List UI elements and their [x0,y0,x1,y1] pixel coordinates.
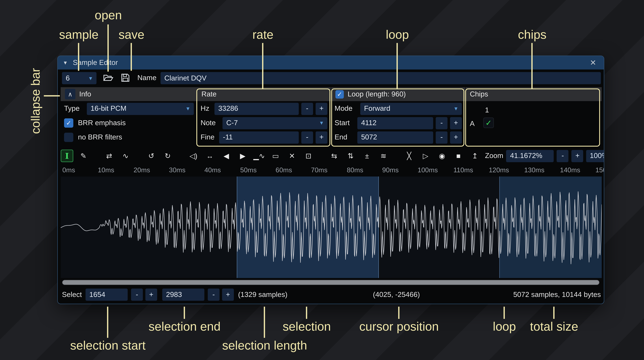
select-mode-button[interactable]: I [61,150,73,162]
ruler-tick: 130ms [524,166,544,174]
stop-icon: ■ [456,152,461,160]
undo-button[interactable]: ↺ [145,150,158,162]
name-input[interactable]: Clarinet DQV [160,72,601,84]
annotation-line-selection-start [107,307,108,338]
cursor-position-text: (4025, -25466) [373,290,420,299]
invert-button[interactable]: ⇅ [344,150,357,162]
selection-start-increment-button[interactable]: + [146,288,157,301]
type-select[interactable]: 16-bit PCM ▼ [87,102,194,115]
save-button[interactable] [118,72,132,84]
amplify-icon: ◁) [190,152,197,160]
filter-button[interactable]: ≋ [377,150,390,162]
stop-button[interactable]: ■ [452,150,465,162]
trim-icon: ⊡ [306,152,312,160]
zoom-controls: Zoom 41.1672% - + 100% [485,150,604,162]
insert-silence-button[interactable]: ▁∿ [253,150,266,162]
selection-start-input[interactable]: 1654 [86,288,128,301]
annotation-box-chips [465,88,600,146]
resample-button[interactable]: ∿ [119,150,132,162]
zoom-label: Zoom [485,152,503,160]
selection-start-decrement-button[interactable]: - [131,288,143,301]
annotation-line-open [108,24,109,72]
ruler-tick: 120ms [489,166,509,174]
selection-end-input[interactable]: 2983 [162,288,204,301]
amplify-button[interactable]: ◁) [187,150,200,162]
ruler-tick: 80ms [347,166,363,174]
fade-out-button[interactable]: ▶ [236,150,249,162]
reverse-button[interactable]: ⇆ [328,150,340,162]
annotation-line-cursor-position [398,307,400,319]
apply-silence-icon: ▭ [272,152,279,160]
annotation-save-label: save [118,28,144,42]
close-button[interactable]: ✕ [587,58,599,68]
info-section-header[interactable]: ∧ Info [61,87,197,101]
sign-button[interactable]: ± [361,150,373,162]
selection-end-decrement-button[interactable]: - [208,288,220,301]
ruler-tick: 110ms [454,166,473,174]
waveform-view[interactable] [61,176,602,278]
redo-icon: ↻ [165,152,171,160]
no-brr-filters-checkbox[interactable] [64,133,73,142]
zoom-in-button[interactable]: + [572,150,584,162]
annotation-loop-label: loop [386,28,409,42]
waveform-scrollbar-thumb[interactable] [62,280,599,285]
selection-length-text: (1329 samples) [238,290,287,299]
apply-silence-button[interactable]: ▭ [269,150,282,162]
ruler-tick: 70ms [311,166,328,174]
annotation-selection-length-label: selection length [222,339,307,352]
ruler-tick: 40ms [204,166,221,174]
stage-background: open sample save rate loop chips collaps… [0,0,644,360]
reverse-icon: ⇆ [331,152,337,160]
fade-out-icon: ▶ [240,152,246,160]
selection-end-increment-button[interactable]: + [222,288,234,301]
crossfade-icon: ╳ [407,152,412,160]
sample-selector[interactable]: 6 ▼ [62,72,96,84]
annotation-box-loop [331,88,464,146]
type-select-value: 16-bit PCM [87,104,126,113]
crossfade-button[interactable]: ╳ [403,150,416,162]
zoom-out-button[interactable]: - [557,150,569,162]
window-title: Sample Editor [73,58,118,67]
waveform-scrollbar[interactable] [62,280,600,285]
zoom-reset-button[interactable]: 100% [586,150,604,162]
sample-toolbar: I ✎ ⇄ ∿ ↺ ↻ ◁) ↔ ◀ ▶ ▁∿ ▭ ✕ ⊡ ⇆ ⇅ ± ≋ ╳ … [58,149,604,163]
draw-mode-button[interactable]: ✎ [77,150,90,162]
filter-icon: ≋ [380,152,386,160]
brr-emphasis-checkbox[interactable]: ✓ [64,118,73,128]
chevron-down-icon: ▼ [182,106,194,112]
open-button[interactable] [102,72,115,84]
no-brr-filters-label: no BRR filters [78,133,122,142]
annotation-selection-label: selection [282,320,331,334]
annotation-total-size-label: total size [530,320,578,334]
annotation-line-loop [396,43,398,88]
play-button[interactable]: ◉ [436,150,448,162]
waveform-canvas [61,176,602,278]
annotation-line-selection [306,307,307,319]
preview-button[interactable]: ▷ [419,150,432,162]
redo-button[interactable]: ↻ [162,150,174,162]
annotation-selection-start-label: selection start [70,339,146,352]
insert-silence-icon: ▁∿ [253,152,265,160]
resize-button[interactable]: ⇄ [103,150,116,162]
create-instrument-icon: ↥ [472,152,478,160]
zoom-input[interactable]: 41.1672% [506,150,554,162]
trim-button[interactable]: ⊡ [302,150,315,162]
screenshot-root: open sample save rate loop chips collaps… [0,0,644,360]
name-row: 6 ▼ Na [58,71,604,86]
play-icon: ◉ [439,152,445,160]
ruler-tick: 20ms [134,166,150,174]
annotation-line-selection-end [184,307,185,319]
ruler-tick: 30ms [169,166,186,174]
annotation-line-total-size [553,307,554,319]
window-titlebar[interactable]: ▼ Sample Editor ✕ [58,56,604,70]
annotation-collapse-bar-label: collapse bar [28,62,42,134]
normalize-button[interactable]: ↔ [204,150,216,162]
window-collapse-icon[interactable]: ▼ [63,60,68,66]
info-collapse-button[interactable]: ∧ [65,89,76,100]
time-ruler: 0ms 10ms 20ms 30ms 40ms 50ms 60ms 70ms 8… [58,165,603,176]
create-instrument-button[interactable]: ↥ [468,150,481,162]
delete-button[interactable]: ✕ [286,150,298,162]
type-label: Type [64,104,84,113]
fade-in-button[interactable]: ◀ [220,150,232,162]
resize-icon: ⇄ [106,152,112,160]
